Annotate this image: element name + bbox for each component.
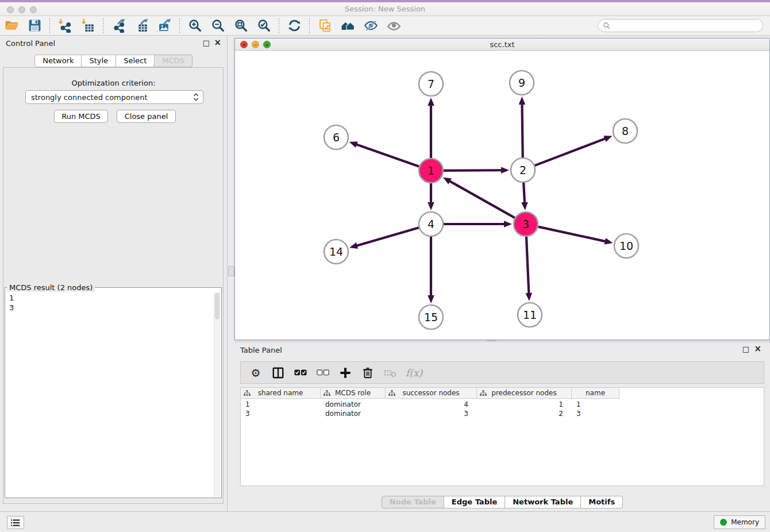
graph-node-4[interactable]: 4 <box>419 212 443 236</box>
refresh-button[interactable] <box>283 17 306 34</box>
zoom-selected-button[interactable] <box>252 17 275 34</box>
control-panel-title: Control Panel <box>6 39 55 48</box>
search-box[interactable] <box>598 19 763 32</box>
import-table-button[interactable] <box>76 17 99 34</box>
svg-text:10: 10 <box>619 240 633 252</box>
import-network-button[interactable] <box>53 17 76 34</box>
svg-text:8: 8 <box>622 125 629 137</box>
add-column-icon <box>339 367 352 379</box>
show-panels-button[interactable] <box>7 516 24 529</box>
cell-predecessor-nodes[interactable]: 1 <box>477 400 572 409</box>
add-column-button[interactable] <box>338 364 352 381</box>
cell-name[interactable]: 3 <box>572 409 619 418</box>
graph-node-15[interactable]: 15 <box>419 305 443 329</box>
toolbar-separator <box>49 18 50 33</box>
network-canvas[interactable]: 7968124314101511 <box>235 51 769 340</box>
save-button[interactable] <box>23 17 46 34</box>
edge-2-8[interactable] <box>535 138 606 165</box>
column-header-predecessor-nodes[interactable]: predecessor nodes <box>477 388 572 399</box>
column-header-MCDS-role[interactable]: MCDS role <box>321 388 386 399</box>
edge-1-6[interactable] <box>356 144 419 167</box>
table-row[interactable]: 1dominator411 <box>241 400 619 409</box>
save-icon <box>28 18 42 33</box>
vertical-splitter-grip[interactable] <box>228 266 234 276</box>
tab-edge-table[interactable]: Edge Table <box>444 496 505 508</box>
column-header-shared-name[interactable]: shared name <box>241 388 321 399</box>
edge-4-14[interactable] <box>356 228 419 246</box>
graph-node-8[interactable]: 8 <box>613 119 637 143</box>
show-columns-button[interactable] <box>271 364 285 381</box>
graph-node-9[interactable]: 9 <box>510 71 534 95</box>
edge-3-1[interactable] <box>449 181 514 218</box>
show-all-icon <box>387 18 401 33</box>
tab-mcds[interactable]: MCDS <box>155 55 192 67</box>
network-window-title: scc.txt <box>235 40 769 49</box>
close-table-panel-icon[interactable]: × <box>754 344 761 354</box>
search-input[interactable] <box>613 21 763 30</box>
neighbors-button[interactable] <box>336 17 359 34</box>
tab-motifs[interactable]: Motifs <box>581 496 623 508</box>
cell-shared-name[interactable]: 1 <box>241 400 321 409</box>
graph-node-1[interactable]: 1 <box>419 159 443 183</box>
deselect-all-icon <box>317 367 329 379</box>
deselect-all-button[interactable] <box>316 364 330 381</box>
cell-predecessor-nodes[interactable]: 2 <box>477 409 572 418</box>
tab-select[interactable]: Select <box>116 55 155 67</box>
neighbors-icon <box>341 18 355 33</box>
zoom-in-button[interactable] <box>183 17 206 34</box>
network-from-selection-button[interactable] <box>313 17 336 34</box>
arrowhead-4-3 <box>504 221 512 228</box>
export-table-button[interactable] <box>130 17 153 34</box>
svg-text:11: 11 <box>523 309 537 321</box>
tab-network[interactable]: Network <box>34 55 82 67</box>
graph-node-10[interactable]: 10 <box>614 234 638 258</box>
run-mcds-button[interactable]: Run MCDS <box>54 110 108 123</box>
edge-2-3[interactable] <box>523 183 525 203</box>
tab-node-table[interactable]: Node Table <box>382 496 444 508</box>
table-header-row: shared nameMCDS rolesuccessor nodesprede… <box>241 388 619 399</box>
graph-node-14[interactable]: 14 <box>324 240 348 264</box>
column-header-name[interactable]: name <box>572 388 619 399</box>
fx-icon: f(x) <box>406 367 422 379</box>
column-header-successor-nodes[interactable]: successor nodes <box>386 388 477 399</box>
zoom-fit-button[interactable] <box>229 17 252 34</box>
memory-button[interactable]: Memory <box>714 515 765 529</box>
graph-node-2[interactable]: 2 <box>511 158 535 182</box>
arrowhead-1-7 <box>428 98 434 106</box>
graph-node-7[interactable]: 7 <box>419 72 443 96</box>
float-panel-icon[interactable]: □ <box>203 38 210 47</box>
tab-style[interactable]: Style <box>82 55 116 67</box>
select-all-button[interactable] <box>294 364 307 381</box>
zoom-out-button[interactable] <box>206 17 229 34</box>
open-folder-button[interactable] <box>0 17 23 34</box>
cell-name[interactable]: 1 <box>572 400 619 409</box>
delete-column-button[interactable] <box>361 364 375 381</box>
optimization-criterion-label: Optimization criterion: <box>0 79 227 87</box>
edge-1-2[interactable] <box>444 170 502 171</box>
graph-node-6[interactable]: 6 <box>324 125 348 149</box>
cell-MCDS-role[interactable]: dominator <box>321 409 386 418</box>
arrowhead-3-10 <box>605 238 613 244</box>
cell-successor-nodes[interactable]: 4 <box>386 400 477 409</box>
graph-node-3[interactable]: 3 <box>514 212 538 236</box>
tab-network-table[interactable]: Network Table <box>505 496 581 508</box>
criterion-dropdown[interactable]: strongly connected component <box>25 90 203 104</box>
cell-successor-nodes[interactable]: 3 <box>386 409 477 418</box>
cell-MCDS-role[interactable]: dominator <box>321 400 386 409</box>
cell-shared-name[interactable]: 3 <box>241 409 321 418</box>
edge-3-10[interactable] <box>538 227 606 242</box>
edge-3-11[interactable] <box>526 237 529 294</box>
zoom-fit-icon <box>234 18 248 33</box>
close-panel-button[interactable]: Close panel <box>117 110 176 123</box>
export-network-button[interactable] <box>107 17 130 34</box>
table-row[interactable]: 3dominator323 <box>241 409 619 418</box>
export-image-button[interactable] <box>153 17 176 34</box>
edge-2-9[interactable] <box>522 103 522 157</box>
table-options-button[interactable]: ⚙ <box>249 364 263 381</box>
show-all-button[interactable] <box>382 17 405 34</box>
graph-node-11[interactable]: 11 <box>518 303 542 327</box>
hide-selected-button[interactable] <box>359 17 382 34</box>
close-panel-icon[interactable]: × <box>214 37 221 48</box>
result-scrollbar[interactable] <box>214 292 221 497</box>
float-table-panel-icon[interactable]: □ <box>742 345 749 353</box>
